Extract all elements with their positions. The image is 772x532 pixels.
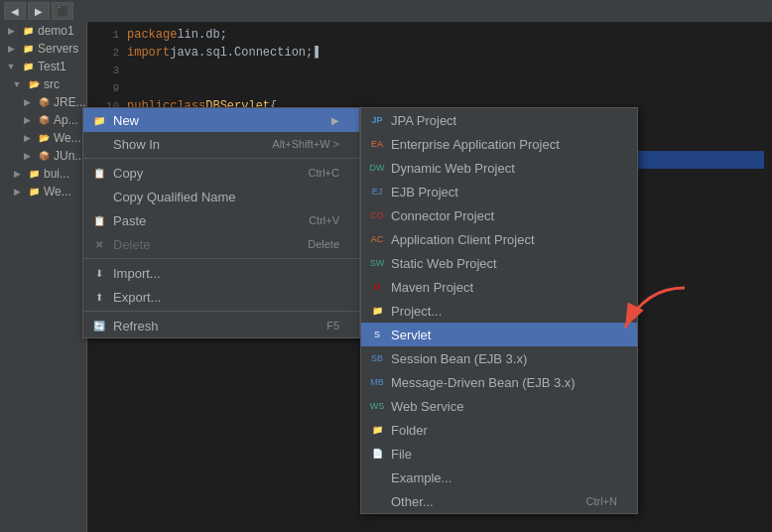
arrow-icon: ▼ [10, 77, 24, 91]
ctx-item-copy[interactable]: 📋 Copy Ctrl+C [83, 161, 359, 185]
ctx-label-copy-qualified: Copy Qualified Name [113, 190, 236, 204]
sidebar-item-test1[interactable]: ▼ 📁 Test1 [0, 58, 86, 75]
folder-icon: 📂 [27, 77, 41, 91]
maven-icon: M [369, 279, 385, 295]
code-line-9: 9 [95, 79, 764, 97]
ejb-icon: EJ [369, 184, 385, 200]
toolbar-forward-btn[interactable]: ▶ [28, 2, 50, 20]
ctx-label-refresh: Refresh [113, 319, 159, 333]
arrow-icon: ▶ [20, 95, 34, 109]
sidebar-label: demo1 [38, 24, 74, 38]
sidebar-item-we2[interactable]: ▶ 📁 We... [0, 183, 86, 200]
code-line-2: 2 import java.sql.Connection; ▌ [95, 44, 764, 62]
paste-icon: 📋 [91, 212, 107, 228]
separator-2 [83, 258, 359, 259]
export-icon: ⬆ [91, 289, 107, 305]
ctx-item-example[interactable]: Example... [361, 466, 637, 489]
folder-icon: 📁 [27, 167, 41, 181]
sidebar-label: We... [44, 185, 71, 199]
copy-icon: 📋 [91, 165, 107, 181]
context-menu-new-submenu: JP JPA Project EA Enterprise Application… [360, 107, 638, 514]
ctx-item-connector-project[interactable]: CO Connector Project [361, 203, 637, 227]
sidebar-item-jun[interactable]: ▶ 📦 JUn... [0, 147, 86, 165]
ctx-item-refresh[interactable]: 🔄 Refresh F5 [83, 314, 359, 337]
ctx-label-export: Export... [113, 290, 161, 305]
ctx-item-copy-qualified[interactable]: Copy Qualified Name [83, 185, 359, 208]
servlet-icon: S [369, 327, 385, 342]
sidebar-label: Ap... [54, 113, 78, 127]
sidebar-label: src [44, 77, 60, 91]
ctx-item-file[interactable]: 📄 File [361, 442, 637, 466]
ctx-item-new[interactable]: 📁 New ▶ [83, 108, 359, 132]
ctx-item-jpa-project[interactable]: JP JPA Project [361, 108, 637, 132]
ctx-item-app-client[interactable]: AC Application Client Project [361, 227, 637, 251]
connector-icon: CO [369, 207, 385, 223]
enterprise-icon: EA [369, 136, 385, 152]
ctx-label-file: File [391, 447, 412, 462]
arrow-icon: ▶ [20, 131, 34, 145]
sidebar-label: Servers [38, 42, 78, 56]
jpa-icon: JP [369, 112, 385, 128]
sidebar-item-demo1[interactable]: ▶ 📁 demo1 [0, 22, 86, 40]
ctx-label-maven-project: Maven Project [391, 280, 473, 295]
folder-icon: 📁 [27, 185, 41, 199]
sidebar: ▶ 📁 demo1 ▶ 📁 Servers ▼ 📁 Test1 ▼ 📂 src … [0, 22, 87, 532]
arrow-icon: ▶ [4, 42, 18, 56]
submenu-arrow: ▶ [331, 115, 339, 126]
new-icon: 📁 [91, 112, 107, 128]
arrow-icon: ▶ [10, 185, 24, 199]
ctx-item-delete[interactable]: ✖ Delete Delete [83, 232, 359, 256]
ctx-item-folder[interactable]: 📁 Folder [361, 418, 637, 442]
toolbar: ◀ ▶ ⬛ [0, 0, 772, 22]
ctx-label-dynamic-web: Dynamic Web Project [391, 161, 515, 176]
ctx-label-connector-project: Connector Project [391, 208, 494, 223]
toolbar-back-btn[interactable]: ◀ [4, 2, 26, 20]
sidebar-label: bui... [44, 167, 69, 181]
ctx-label-jpa-project: JPA Project [391, 113, 456, 128]
sidebar-label: JRE... [54, 95, 86, 109]
app-client-icon: AC [369, 231, 385, 247]
ctx-item-dynamic-web[interactable]: DW Dynamic Web Project [361, 156, 637, 180]
lib-icon: 📦 [37, 149, 51, 163]
sidebar-item-jre[interactable]: ▶ 📦 JRE... [0, 93, 86, 111]
web-service-icon: WS [369, 398, 385, 414]
ctx-label-example: Example... [391, 470, 451, 485]
ctx-item-static-web[interactable]: SW Static Web Project [361, 251, 637, 275]
arrow-icon: ▶ [4, 24, 18, 38]
ctx-label-new: New [113, 113, 139, 128]
lib-icon: 📦 [37, 113, 51, 127]
ctx-item-show-in[interactable]: Show In Alt+Shift+W > [83, 132, 359, 156]
ctx-item-import[interactable]: ⬇ Import... [83, 261, 359, 285]
sidebar-item-src[interactable]: ▼ 📂 src [0, 75, 86, 93]
ctx-item-paste[interactable]: 📋 Paste Ctrl+V [83, 208, 359, 232]
ctx-item-session-bean[interactable]: SB Session Bean (EJB 3.x) [361, 346, 637, 370]
ctx-item-servlet[interactable]: S Servlet [361, 323, 637, 346]
ctx-item-maven-project[interactable]: M Maven Project [361, 275, 637, 299]
folder-icon: 📂 [37, 131, 51, 145]
arrow-icon: ▼ [4, 60, 18, 73]
ctx-item-web-service[interactable]: WS Web Service [361, 394, 637, 418]
ctx-shortcut-other: Ctrl+N [586, 495, 617, 507]
ctx-item-export[interactable]: ⬆ Export... [83, 285, 359, 309]
sidebar-label: JUn... [54, 149, 84, 163]
other-icon [369, 493, 385, 509]
toolbar-stop-btn[interactable]: ⬛ [52, 2, 73, 20]
ctx-item-message-bean[interactable]: MB Message-Driven Bean (EJB 3.x) [361, 370, 637, 394]
ctx-item-ejb-project[interactable]: EJ EJB Project [361, 180, 637, 203]
sidebar-item-we[interactable]: ▶ 📂 We... [0, 129, 86, 147]
static-web-icon: SW [369, 255, 385, 271]
ctx-item-enterprise-app[interactable]: EA Enterprise Application Project [361, 132, 637, 156]
sidebar-label: Test1 [38, 60, 66, 73]
sidebar-item-ap[interactable]: ▶ 📦 Ap... [0, 111, 86, 129]
sidebar-item-servers[interactable]: ▶ 📁 Servers [0, 40, 86, 58]
context-menu-primary: 📁 New ▶ Show In Alt+Shift+W > 📋 Copy Ctr… [82, 107, 360, 338]
ctx-label-other: Other... [391, 494, 434, 509]
sidebar-label: We... [54, 131, 81, 145]
lib-icon: 📦 [37, 95, 51, 109]
message-bean-icon: MB [369, 374, 385, 390]
ctx-label-web-service: Web Service [391, 399, 463, 414]
ctx-item-other[interactable]: Other... Ctrl+N [361, 489, 637, 513]
sidebar-item-bui[interactable]: ▶ 📁 bui... [0, 165, 86, 183]
refresh-icon: 🔄 [91, 318, 107, 333]
ctx-item-project[interactable]: 📁 Project... [361, 299, 637, 323]
